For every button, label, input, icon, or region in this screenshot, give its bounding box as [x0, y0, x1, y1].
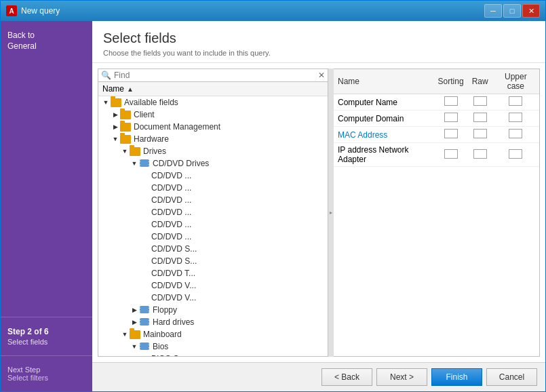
- item-label: CD/DVD ...: [151, 208, 191, 217]
- uppercase-checkbox[interactable]: [509, 113, 522, 122]
- raw-checkbox-cell[interactable]: [468, 111, 492, 127]
- list-item[interactable]: CD/DVD S...: [98, 255, 328, 267]
- list-item[interactable]: ▼ Mainboard: [98, 328, 328, 340]
- list-item[interactable]: ▼ Drives: [98, 145, 328, 157]
- sorting-checkbox-cell[interactable]: [434, 94, 468, 111]
- toggle-icon: [139, 195, 149, 205]
- toggle-icon: ▼: [130, 342, 139, 351]
- drag-handle[interactable]: [328, 68, 334, 357]
- svg-rect-6: [140, 318, 149, 321]
- toggle-icon: ▶: [111, 122, 120, 132]
- search-input[interactable]: [114, 71, 315, 80]
- list-item[interactable]: CD/DVD ...: [98, 170, 328, 182]
- item-label: CD/DVD T...: [151, 269, 195, 278]
- svg-rect-2: [140, 164, 149, 167]
- tree-body[interactable]: ▼ Available fields ▶ Client ▶: [98, 96, 328, 356]
- raw-checkbox-cell[interactable]: [468, 127, 492, 143]
- list-item[interactable]: ▶ Client: [98, 109, 328, 121]
- finish-button[interactable]: Finish: [431, 368, 482, 386]
- list-item[interactable]: ▼ Hardware: [98, 133, 328, 145]
- database-icon: [139, 305, 150, 315]
- raw-checkbox[interactable]: [473, 96, 487, 106]
- sidebar-middle: [1, 61, 92, 317]
- list-item[interactable]: CD/DVD V...: [98, 292, 328, 304]
- list-item[interactable]: CD/DVD ...: [98, 231, 328, 243]
- folder-icon: [120, 135, 131, 144]
- uppercase-checkbox-cell[interactable]: [492, 111, 539, 127]
- back-to-general-button[interactable]: Back to General: [7, 31, 85, 52]
- cancel-button[interactable]: Cancel: [486, 368, 537, 386]
- raw-checkbox[interactable]: [473, 129, 487, 138]
- sorting-checkbox[interactable]: [444, 129, 458, 138]
- list-item[interactable]: CD/DVD ...: [98, 182, 328, 194]
- raw-checkbox[interactable]: [473, 149, 487, 159]
- item-label: CD/DVD ...: [151, 171, 191, 180]
- close-button[interactable]: ✕: [522, 4, 540, 18]
- maximize-button[interactable]: □: [503, 4, 521, 18]
- folder-icon: [120, 123, 131, 132]
- folder-icon: [130, 147, 140, 156]
- toggle-icon: ▼: [120, 146, 130, 156]
- table-row[interactable]: Computer Name: [334, 94, 539, 111]
- next-button[interactable]: Next >: [376, 368, 427, 386]
- item-label: Available fields: [124, 98, 178, 107]
- list-item[interactable]: ▼ CD/DVD Drives: [98, 157, 328, 170]
- table-row[interactable]: MAC Address: [334, 127, 539, 143]
- list-item[interactable]: CD/DVD V...: [98, 279, 328, 292]
- uppercase-checkbox[interactable]: [509, 149, 522, 159]
- list-item[interactable]: ▶ Hard drives: [98, 316, 328, 328]
- clear-search-button[interactable]: ✕: [318, 71, 325, 80]
- right-body: 🔍 ✕ Name ▲ ▼ A: [92, 63, 545, 362]
- list-item[interactable]: ▼ Bios: [98, 340, 328, 353]
- raw-checkbox-cell[interactable]: [468, 143, 492, 167]
- item-label: CD/DVD ...: [151, 195, 191, 205]
- sorting-checkbox-cell[interactable]: [434, 111, 468, 127]
- raw-checkbox-cell[interactable]: [468, 94, 492, 111]
- item-label: CD/DVD V...: [151, 293, 196, 302]
- table-row[interactable]: IP address Network Adapter: [334, 143, 539, 167]
- list-item[interactable]: CD/DVD ...: [98, 194, 328, 206]
- uppercase-checkbox-cell[interactable]: [492, 143, 539, 167]
- svg-rect-4: [140, 309, 149, 311]
- sidebar-step-section: Step 2 of 6 Select fields: [1, 317, 92, 355]
- uppercase-checkbox-cell[interactable]: [492, 127, 539, 143]
- back-button[interactable]: < Back: [321, 368, 372, 386]
- list-item[interactable]: ▶ Document Management: [98, 121, 328, 133]
- list-item[interactable]: BIOS Con...: [98, 353, 328, 356]
- field-name: IP address Network Adapter: [334, 143, 434, 167]
- page-title: Select fields: [103, 31, 534, 46]
- list-item[interactable]: CD/DVD ...: [98, 206, 328, 218]
- list-item[interactable]: CD/DVD S...: [98, 243, 328, 255]
- sorting-checkbox[interactable]: [444, 96, 458, 106]
- sorting-checkbox-cell[interactable]: [434, 143, 468, 167]
- uppercase-checkbox[interactable]: [509, 96, 522, 106]
- list-item[interactable]: CD/DVD T...: [98, 267, 328, 279]
- table-row[interactable]: Computer Domain: [334, 111, 539, 127]
- item-label: CD/DVD S...: [151, 244, 197, 254]
- toggle-icon: [139, 281, 149, 290]
- list-item[interactable]: ▶ Floppy: [98, 304, 328, 316]
- sorting-checkbox[interactable]: [444, 149, 458, 159]
- sorting-checkbox-cell[interactable]: [434, 127, 468, 143]
- sorting-column-header: Sorting: [434, 69, 468, 94]
- next-step-sub: Select filters: [7, 374, 85, 382]
- list-item[interactable]: ▼ Available fields: [98, 96, 328, 109]
- item-label: CD/DVD ...: [151, 183, 191, 193]
- uppercase-checkbox-cell[interactable]: [492, 94, 539, 111]
- item-label: Client: [134, 110, 155, 119]
- svg-rect-8: [140, 323, 149, 326]
- sorting-checkbox[interactable]: [444, 113, 458, 122]
- toggle-icon: [139, 220, 149, 229]
- search-icon: 🔍: [101, 71, 111, 80]
- raw-checkbox[interactable]: [473, 113, 487, 122]
- sidebar-back-section[interactable]: Back to General: [1, 21, 92, 61]
- svg-rect-9: [140, 342, 149, 345]
- svg-rect-0: [140, 159, 149, 162]
- title-bar-controls: ─ □ ✕: [484, 4, 540, 18]
- svg-rect-7: [140, 321, 149, 323]
- minimize-button[interactable]: ─: [484, 4, 502, 18]
- window: A New query ─ □ ✕ Back to General Step 2…: [0, 0, 546, 392]
- uppercase-checkbox[interactable]: [509, 129, 522, 138]
- folder-icon: [111, 98, 121, 107]
- list-item[interactable]: CD/DVD ...: [98, 218, 328, 231]
